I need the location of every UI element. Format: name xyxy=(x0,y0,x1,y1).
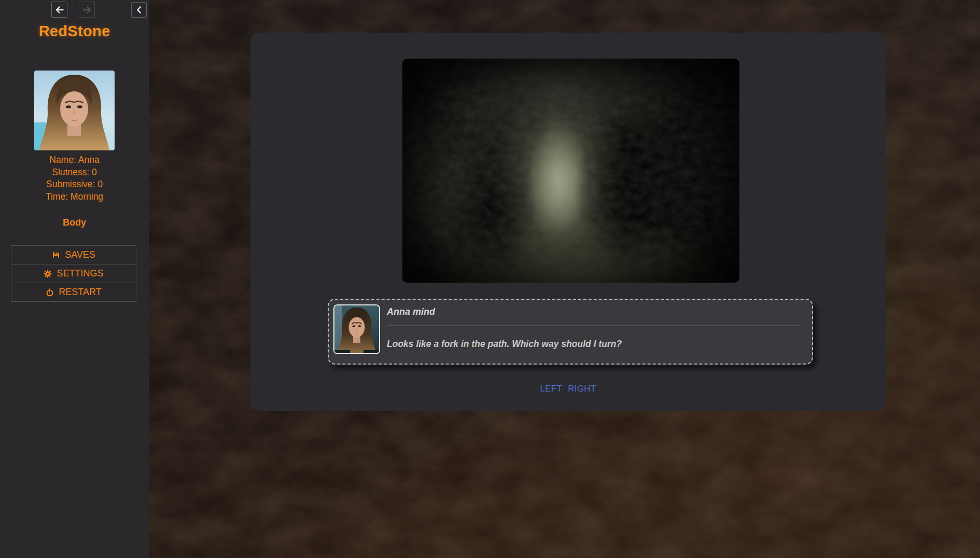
choices: LEFT RIGHT xyxy=(250,384,886,394)
history-forward-button[interactable] xyxy=(79,2,95,18)
menu-item-label: SAVES xyxy=(65,249,95,260)
arrow-right-icon xyxy=(82,6,92,14)
history-back-button[interactable] xyxy=(51,2,67,18)
choice-right[interactable]: RIGHT xyxy=(568,384,596,394)
menu-item-restart[interactable]: RESTART xyxy=(11,283,136,301)
sidebar-collapse-button[interactable] xyxy=(131,2,147,18)
menu-item-settings[interactable]: SETTINGS xyxy=(11,264,136,283)
stat-submissive: Submissive: 0 xyxy=(0,178,149,191)
dialogue-box: Anna mind Looks like a fork in the path.… xyxy=(328,299,813,365)
stat-name: Name: Anna xyxy=(0,154,149,166)
speaker-name: Anna mind xyxy=(387,306,807,317)
chevron-left-icon xyxy=(135,6,143,14)
stat-slutness: Slutness: 0 xyxy=(0,166,149,179)
character-stats: Name: Anna Slutness: 0 Submissive: 0 Tim… xyxy=(0,154,149,203)
menu-item-label: RESTART xyxy=(59,287,101,298)
body-link[interactable]: Body xyxy=(0,217,149,228)
dialogue-content: Anna mind Looks like a fork in the path.… xyxy=(387,304,807,359)
sidebar: RedStone xyxy=(0,0,149,558)
save-icon xyxy=(52,251,60,259)
choice-left[interactable]: LEFT xyxy=(540,384,562,394)
arrow-left-icon xyxy=(55,6,64,14)
character-portrait xyxy=(34,71,115,150)
speaker-portrait xyxy=(333,304,380,354)
power-icon xyxy=(46,288,54,297)
menu-item-saves[interactable]: SAVES xyxy=(11,246,136,264)
dialogue-text: Looks like a fork in the path. Which way… xyxy=(387,339,807,350)
main-panel: Anna mind Looks like a fork in the path.… xyxy=(250,33,886,411)
scene-image-cave xyxy=(402,59,739,283)
sidebar-menu: SAVES xyxy=(11,245,136,302)
stat-time: Time: Morning xyxy=(0,191,149,203)
app-title: RedStone xyxy=(0,23,149,40)
menu-item-label: SETTINGS xyxy=(57,268,103,279)
app-root: RedStone xyxy=(0,0,980,558)
gear-icon xyxy=(44,270,52,278)
dialogue-divider xyxy=(387,326,801,326)
